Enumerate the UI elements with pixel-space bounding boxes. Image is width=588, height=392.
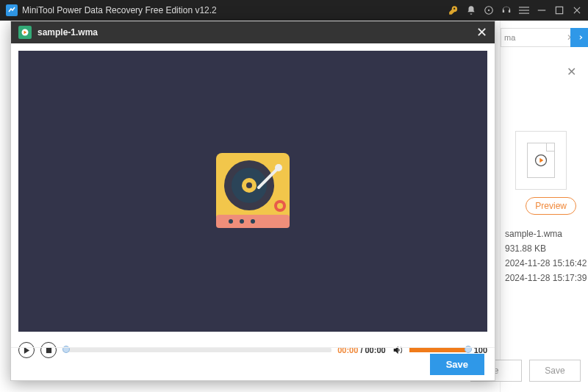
svg-point-21 [275, 164, 282, 171]
menu-icon[interactable] [519, 5, 529, 15]
file-meta: sample-1.wma 931.88 KB 2024-11-28 15:16:… [505, 227, 582, 285]
svg-point-2 [488, 10, 490, 11]
headphones-icon[interactable] [501, 5, 512, 15]
svg-rect-7 [556, 7, 562, 13]
key-icon[interactable] [448, 5, 459, 15]
file-size-label: 931.88 KB [505, 241, 582, 256]
svg-rect-3 [519, 7, 529, 7]
svg-rect-6 [538, 10, 546, 10]
svg-point-24 [229, 219, 233, 224]
modal-footer: Save [11, 347, 495, 380]
file-date2-label: 2024-11-28 15:17:39 [505, 271, 582, 285]
svg-point-23 [277, 203, 283, 209]
bell-icon[interactable] [466, 5, 476, 15]
app-titlebar: MiniTool Power Data Recovery Free Editio… [0, 0, 588, 21]
close-window-icon[interactable] [572, 5, 582, 15]
file-thumbnail[interactable] [515, 131, 567, 190]
file-icon [527, 143, 555, 178]
modal-close-icon[interactable]: ✕ [476, 24, 487, 40]
svg-point-25 [240, 219, 244, 224]
file-type-icon [18, 26, 32, 39]
app-logo-icon [6, 4, 18, 16]
maximize-icon[interactable] [554, 5, 564, 15]
side-panel: ma ✕ ✕ Preview sample-1.wma 931.88 KB 20… [500, 21, 588, 392]
preview-modal: sample-1.wma ✕ [10, 21, 495, 381]
svg-point-20 [246, 182, 252, 188]
app-body: ma ✕ ✕ Preview sample-1.wma 931.88 KB 20… [0, 21, 588, 392]
file-date1-label: 2024-11-28 15:16:42 [505, 256, 582, 271]
modal-titlebar: sample-1.wma ✕ [11, 21, 495, 43]
panel-close-icon[interactable]: ✕ [567, 65, 576, 79]
player-area [18, 51, 487, 332]
save-disabled-button[interactable]: Save [529, 360, 581, 382]
search-input[interactable]: ma ✕ [501, 28, 579, 47]
preview-button[interactable]: Preview [526, 197, 576, 215]
file-name-label: sample-1.wma [505, 227, 582, 241]
search-go-button[interactable] [570, 28, 588, 47]
svg-rect-5 [519, 13, 529, 14]
minimize-icon[interactable] [537, 5, 547, 15]
turntable-icon [209, 147, 297, 235]
modal-filename: sample-1.wma [37, 27, 476, 38]
svg-rect-4 [519, 10, 529, 10]
app-title: MiniTool Power Data Recovery Free Editio… [22, 5, 448, 15]
save-button[interactable]: Save [430, 354, 484, 375]
svg-point-26 [251, 219, 255, 224]
search-text: ma [501, 33, 562, 42]
disc-icon[interactable] [484, 5, 494, 15]
